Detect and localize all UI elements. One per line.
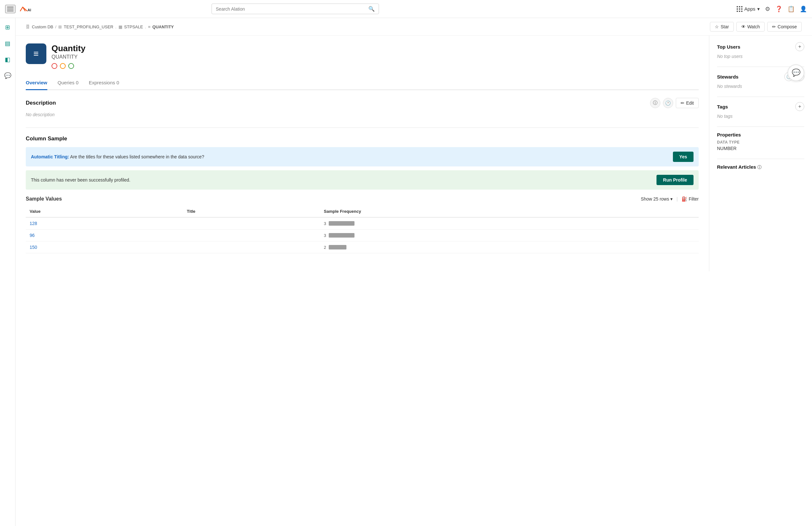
page-title-block: Quantity QUANTITY bbox=[52, 43, 85, 69]
description-edit-button[interactable]: ✏ Edit bbox=[676, 98, 699, 108]
value-link-2[interactable]: 96 bbox=[30, 233, 35, 238]
search-icon: 🔍 bbox=[368, 6, 375, 12]
col-title-header: Title bbox=[183, 206, 320, 217]
search-input[interactable] bbox=[216, 6, 368, 12]
help-icon[interactable]: ❓ bbox=[775, 5, 782, 13]
breadcrumb-path: 🗄 Custom DB / ⊞ TEST_PROFILING_USER . ▦ … bbox=[26, 25, 174, 29]
table-head: Value Title Sample Frequency bbox=[26, 206, 699, 217]
filter-icon: ⛽ bbox=[682, 196, 687, 202]
breadcrumb-schema[interactable]: TEST_PROFILING_USER bbox=[64, 25, 113, 29]
top-users-section: Top Users + No top users bbox=[717, 42, 804, 59]
top-nav: Alation 🔍 Apps ▾ ⚙ ❓ 📋 👤 bbox=[0, 0, 812, 18]
apps-grid-icon bbox=[737, 6, 742, 12]
sample-values-header: Sample Values Show 25 rows ▾ | ⛽ Filter bbox=[26, 196, 699, 202]
freq-num-3: 2 bbox=[324, 245, 326, 250]
sidebar-item-document[interactable]: ◧ bbox=[3, 54, 12, 65]
settings-icon[interactable]: ⚙ bbox=[765, 5, 770, 13]
star-label: Star bbox=[721, 24, 729, 29]
freq-num-2: 3 bbox=[324, 233, 326, 238]
notifications-icon[interactable]: 📋 bbox=[787, 5, 795, 13]
page-header: ≡ Quantity QUANTITY bbox=[26, 43, 699, 69]
tags-empty: No tags bbox=[717, 114, 804, 119]
breadcrumb-custom-db[interactable]: Custom DB bbox=[32, 25, 53, 29]
tab-overview[interactable]: Overview bbox=[26, 77, 47, 90]
freq-bar-3 bbox=[329, 245, 346, 249]
apps-label: Apps bbox=[744, 6, 755, 12]
logo[interactable]: Alation bbox=[19, 4, 31, 14]
col-freq-header: Sample Frequency bbox=[320, 206, 699, 217]
tab-queries[interactable]: Queries 0 bbox=[58, 77, 78, 90]
description-section: Description ⓘ 🕐 ✏ Edit No description bbox=[26, 98, 699, 117]
show-rows-button[interactable]: Show 25 rows ▾ bbox=[641, 196, 672, 202]
no-description-text: No description bbox=[26, 112, 699, 117]
chevron-down-icon: ▾ bbox=[670, 196, 672, 202]
auto-titling-alert: Automatic Titling: Are the titles for th… bbox=[26, 147, 699, 166]
freq-num-1: 3 bbox=[324, 221, 326, 226]
edit-label: Edit bbox=[686, 100, 694, 106]
page-icon: ≡ bbox=[26, 43, 46, 64]
db-icon: 🗄 bbox=[26, 25, 30, 29]
breadcrumb-current: QUANTITY bbox=[152, 25, 174, 29]
dot-red bbox=[52, 63, 57, 69]
sidebar-item-messages[interactable]: 💬 bbox=[2, 70, 13, 81]
freq-bar-2 bbox=[329, 233, 354, 237]
user-avatar[interactable]: 👤 bbox=[800, 5, 807, 13]
breadcrumb-sep-1: / bbox=[55, 25, 56, 29]
value-link-1[interactable]: 128 bbox=[30, 221, 37, 226]
star-button[interactable]: ☆ Star bbox=[710, 22, 734, 31]
relevant-articles-title: Relevant Articles ⓘ bbox=[717, 164, 762, 170]
sidebar-item-browse[interactable]: ⊞ bbox=[3, 22, 12, 33]
auto-titling-question: Are the titles for these values listed s… bbox=[70, 154, 204, 159]
panel-divider-4 bbox=[717, 159, 804, 159]
tags-add-button[interactable]: + bbox=[795, 102, 804, 111]
dot-green bbox=[68, 63, 74, 69]
profiled-text: This column has never been successfully … bbox=[31, 177, 130, 182]
star-icon: ☆ bbox=[715, 24, 719, 29]
hamburger-button[interactable] bbox=[5, 5, 15, 13]
filter-divider: | bbox=[677, 196, 678, 202]
table-icon: ▦ bbox=[118, 25, 122, 29]
description-history-button[interactable]: 🕐 bbox=[663, 98, 673, 108]
tab-expressions[interactable]: Expressions 0 bbox=[89, 77, 119, 90]
watch-label: Watch bbox=[747, 24, 760, 29]
sidebar-item-table[interactable]: ▤ bbox=[3, 38, 12, 49]
watch-button[interactable]: 👁 Watch bbox=[736, 22, 765, 31]
breadcrumb: 🗄 Custom DB / ⊞ TEST_PROFILING_USER . ▦ … bbox=[15, 18, 812, 36]
apps-button[interactable]: Apps ▾ bbox=[737, 6, 760, 12]
sample-values-title: Sample Values bbox=[26, 196, 62, 202]
top-users-add-button[interactable]: + bbox=[795, 42, 804, 51]
yes-button[interactable]: Yes bbox=[673, 151, 694, 162]
profiled-alert: This column has never been successfully … bbox=[26, 170, 699, 190]
content-area: ≡ Quantity QUANTITY Overview Queries 0 E… bbox=[15, 36, 812, 272]
filter-button[interactable]: ⛽ Filter bbox=[682, 196, 699, 202]
breadcrumb-table[interactable]: STPSALE bbox=[124, 25, 143, 29]
properties-header: Properties bbox=[717, 132, 804, 137]
freq-cell-1: 3 bbox=[320, 217, 699, 230]
col-value-header: Value bbox=[26, 206, 183, 217]
value-cell-3: 150 bbox=[26, 242, 183, 253]
compose-label: Compose bbox=[778, 24, 797, 29]
value-link-3[interactable]: 150 bbox=[30, 245, 37, 250]
chat-bubble[interactable]: 💬 bbox=[787, 64, 804, 81]
title-cell-2 bbox=[183, 230, 320, 242]
nav-actions: Apps ▾ ⚙ ❓ 📋 👤 bbox=[737, 5, 807, 13]
edit-icon: ✏ bbox=[681, 100, 684, 106]
breadcrumb-sep-3: . bbox=[145, 25, 146, 29]
breadcrumb-sep-2: . bbox=[115, 25, 117, 29]
tags-title: Tags bbox=[717, 104, 728, 109]
auto-titling-label: Automatic Titling: bbox=[31, 154, 69, 159]
title-cell-1 bbox=[183, 217, 320, 230]
run-profile-button[interactable]: Run Profile bbox=[656, 175, 694, 185]
filter-label: Filter bbox=[689, 196, 699, 202]
show-rows-label: Show 25 rows bbox=[641, 196, 669, 202]
table-row: 96 3 bbox=[26, 230, 699, 242]
description-title: Description bbox=[26, 100, 56, 106]
panel-divider-2 bbox=[717, 97, 804, 97]
properties-title: Properties bbox=[717, 132, 741, 137]
tags-section: Tags + No tags bbox=[717, 102, 804, 119]
value-cell-2: 96 bbox=[26, 230, 183, 242]
table-row: 150 2 bbox=[26, 242, 699, 253]
title-cell-3 bbox=[183, 242, 320, 253]
compose-button[interactable]: ✏ Compose bbox=[767, 22, 802, 31]
description-info-button[interactable]: ⓘ bbox=[650, 98, 661, 108]
